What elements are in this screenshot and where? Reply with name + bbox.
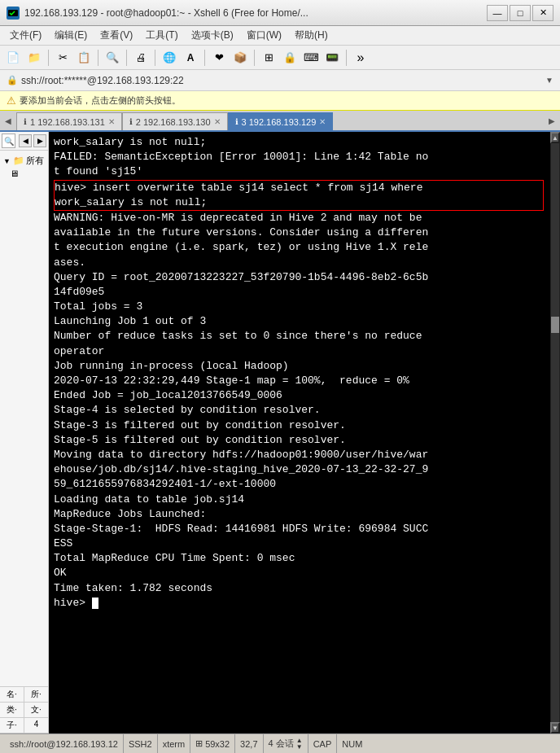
terminal[interactable]: work_salary is not null;FAILED: Semantic…	[49, 132, 560, 733]
menu-help[interactable]: 帮助(H)	[288, 27, 335, 45]
menu-tab[interactable]: 选项卡(B)	[185, 27, 240, 45]
tb-cut[interactable]: ✂	[53, 48, 72, 68]
tab-1-close[interactable]: ✕	[108, 117, 115, 126]
tb-layout[interactable]: ⊞	[259, 48, 278, 68]
tb-more[interactable]: »	[351, 48, 370, 68]
terminal-line: ESS	[54, 536, 544, 551]
terminal-line: 2020-07-13 22:32:29,449 Stage-1 map = 10…	[54, 374, 544, 388]
tab-3-close[interactable]: ✕	[319, 117, 326, 126]
status-protocol-text: SSH2	[129, 739, 152, 749]
menu-window[interactable]: 窗口(W)	[240, 27, 288, 45]
terminal-line: available in the future versions. Consid…	[54, 225, 544, 240]
bottom-tab-row-3: 子· 4	[0, 718, 48, 733]
bottom-tab-text[interactable]: 文·	[24, 703, 48, 717]
terminal-line: Stage-Stage-1: HDFS Read: 14416981 HDFS …	[54, 522, 544, 536]
tree-collapse[interactable]: ▼ 📁 所有	[2, 154, 46, 168]
tree-folder-icon: 📁	[13, 155, 24, 166]
terminal-line: Query ID = root_20200713223227_53f20790-…	[54, 270, 544, 285]
status-size-icon: ⊞	[195, 738, 203, 749]
tab-2-label: 2 192.168.193.130	[136, 117, 211, 127]
tb-find[interactable]: 🔍	[103, 48, 122, 68]
address-bar: 🔒 ssh://root:******@192.168.193.129:22 ▼	[0, 70, 560, 91]
separator-1	[48, 50, 49, 66]
bottom-tab-all[interactable]: 所·	[24, 687, 48, 702]
scroll-up-btn[interactable]: ▲	[550, 132, 560, 143]
tb-fav[interactable]: ❤	[209, 48, 229, 68]
sidebar-top: 🔍 ◀ ▶	[0, 132, 48, 151]
tb-open[interactable]: 📁	[24, 48, 44, 68]
menu-view[interactable]: 查看(V)	[94, 27, 139, 45]
tb-pkg[interactable]: 📦	[230, 48, 250, 68]
status-caps-text: CAP	[313, 739, 332, 749]
tree-expand-icon: ▼	[3, 157, 11, 165]
close-button[interactable]: ✕	[532, 5, 553, 21]
bottom-tab-row-2: 类· 文·	[0, 703, 48, 718]
status-protocol: SSH2	[124, 734, 158, 753]
bottom-tab-type[interactable]: 类·	[0, 703, 24, 717]
status-bar: ssh://root@192.168.193.12 SSH2 xterm ⊞ 5…	[0, 733, 560, 753]
tab-bar: ◀ ℹ 1 192.168.193.131 ✕ ℹ 2 192.168.193.…	[0, 111, 560, 132]
status-session-arrows: ▲ ▼	[296, 738, 303, 751]
scroll-thumb[interactable]	[551, 317, 559, 333]
terminal-scrollbar[interactable]: ▲ ▼	[550, 132, 560, 733]
terminal-line: work_salary is not null;	[54, 135, 544, 150]
tab-3[interactable]: ℹ 3 192.168.193.129 ✕	[228, 112, 334, 130]
terminal-line: ehouse/job.db/sj14/.hive-staging_hive_20…	[54, 462, 544, 477]
tab-2[interactable]: ℹ 2 192.168.193.130 ✕	[122, 112, 228, 130]
tb-keyboard[interactable]: ⌨	[301, 48, 321, 68]
tb-copy[interactable]: 📋	[74, 48, 94, 68]
separator-5	[204, 50, 205, 66]
tab-more[interactable]: ▶	[544, 111, 560, 130]
tb-print[interactable]: 🖨	[131, 48, 151, 68]
sidebar-nav-right[interactable]: ▶	[33, 134, 46, 147]
status-position-text: 32,7	[240, 739, 257, 749]
terminal-content: work_salary is not null;FAILED: Semantic…	[54, 135, 544, 611]
address-lock-icon: 🔒	[7, 75, 18, 85]
main-area: 🔍 ◀ ▶ ▼ 📁 所有 🖥 名· 所· 类· 文·	[0, 132, 560, 733]
menu-bar: 文件(F) 编辑(E) 查看(V) 工具(T) 选项卡(B) 窗口(W) 帮助(…	[0, 26, 560, 46]
menu-edit[interactable]: 编辑(E)	[48, 27, 94, 45]
bottom-tab-name[interactable]: 名·	[0, 687, 24, 702]
tab-1-icon: ℹ	[24, 117, 27, 126]
tab-nav-left[interactable]: ◀	[0, 111, 16, 130]
scroll-down-btn[interactable]: ▼	[550, 722, 560, 733]
tab-3-label: 3 192.168.193.129	[242, 117, 317, 127]
status-position: 32,7	[235, 734, 263, 753]
title-bar: 192.168.193.129 - root@hadoop01:~ - Xshe…	[0, 0, 560, 26]
tb-font[interactable]: A	[181, 48, 200, 68]
terminal-line: Stage-3 is filtered out by condition res…	[54, 418, 544, 433]
info-icon: ⚠	[7, 94, 16, 107]
tb-new[interactable]: 📄	[3, 48, 23, 68]
terminal-line: Moving data to directory hdfs://hadoop01…	[54, 448, 544, 462]
tb-terminal[interactable]: 📟	[322, 48, 342, 68]
tab-1[interactable]: ℹ 1 192.168.193.131 ✕	[16, 112, 122, 130]
terminal-line: hive>	[54, 596, 544, 611]
tb-web[interactable]: 🌐	[160, 48, 179, 68]
sessions-down-arrow[interactable]: ▼	[296, 744, 303, 751]
terminal-line: 14fd09e5	[54, 285, 544, 300]
sidebar-search-btn[interactable]: 🔍	[2, 134, 15, 148]
maximize-button[interactable]: □	[510, 5, 531, 21]
tab-2-close[interactable]: ✕	[214, 117, 221, 126]
terminal-line: OK	[54, 566, 544, 580]
bottom-tab-sub[interactable]: 子·	[0, 718, 24, 733]
address-dropdown[interactable]: ▼	[545, 76, 553, 85]
sidebar-nav-left[interactable]: ◀	[19, 134, 32, 147]
terminal-line: Number of reduce tasks is set to 0 since…	[54, 329, 544, 344]
terminal-cursor	[92, 598, 98, 609]
terminal-line: Total MapReduce CPU Time Spent: 0 msec	[54, 551, 544, 566]
window-controls: — □ ✕	[487, 5, 553, 21]
minimize-button[interactable]: —	[487, 5, 508, 21]
terminal-line: Stage-5 is filtered out by condition res…	[54, 433, 544, 448]
status-num: NUM	[337, 734, 367, 753]
status-caps: CAP	[308, 734, 338, 753]
bottom-tab-count[interactable]: 4	[24, 718, 48, 733]
menu-file[interactable]: 文件(F)	[3, 27, 48, 45]
menu-tools[interactable]: 工具(T)	[139, 27, 184, 45]
tb-lock[interactable]: 🔒	[280, 48, 300, 68]
status-connection: ssh://root@192.168.193.12	[5, 734, 124, 753]
tree-sessions[interactable]: 🖥	[2, 168, 46, 179]
sidebar-bottom-tabs: 名· 所· 类· 文· 子· 4	[0, 686, 48, 733]
separator-2	[98, 50, 98, 66]
terminal-line: ases.	[54, 256, 544, 270]
